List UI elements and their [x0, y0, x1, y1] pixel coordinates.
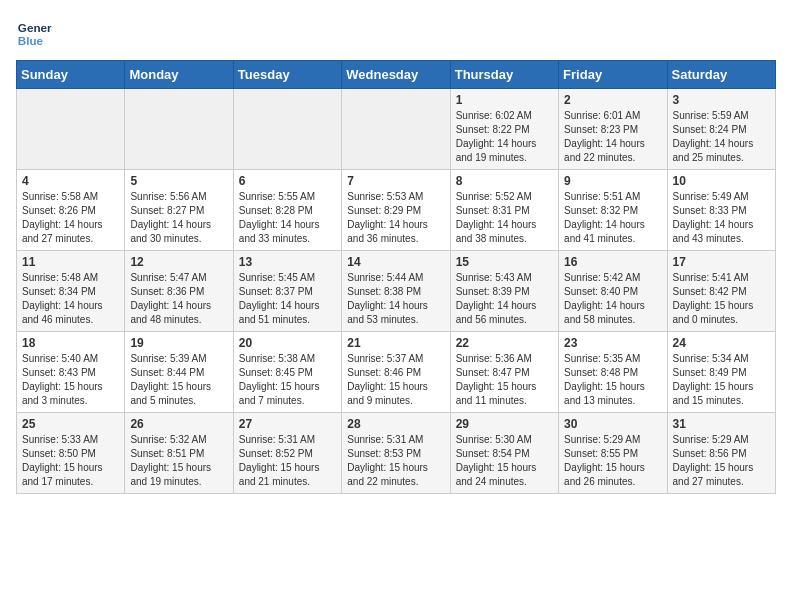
day-info: Sunrise: 5:41 AM Sunset: 8:42 PM Dayligh…: [673, 271, 770, 327]
day-number: 15: [456, 255, 553, 269]
day-info: Sunrise: 5:48 AM Sunset: 8:34 PM Dayligh…: [22, 271, 119, 327]
day-number: 21: [347, 336, 444, 350]
day-info: Sunrise: 5:31 AM Sunset: 8:52 PM Dayligh…: [239, 433, 336, 489]
column-header-tuesday: Tuesday: [233, 61, 341, 89]
day-info: Sunrise: 6:01 AM Sunset: 8:23 PM Dayligh…: [564, 109, 661, 165]
day-info: Sunrise: 5:47 AM Sunset: 8:36 PM Dayligh…: [130, 271, 227, 327]
day-info: Sunrise: 5:34 AM Sunset: 8:49 PM Dayligh…: [673, 352, 770, 408]
calendar-day-cell: 21Sunrise: 5:37 AM Sunset: 8:46 PM Dayli…: [342, 332, 450, 413]
day-number: 3: [673, 93, 770, 107]
calendar-day-cell: 20Sunrise: 5:38 AM Sunset: 8:45 PM Dayli…: [233, 332, 341, 413]
day-number: 6: [239, 174, 336, 188]
calendar-day-cell: 16Sunrise: 5:42 AM Sunset: 8:40 PM Dayli…: [559, 251, 667, 332]
day-number: 10: [673, 174, 770, 188]
calendar-table: SundayMondayTuesdayWednesdayThursdayFrid…: [16, 60, 776, 494]
calendar-week-row: 4Sunrise: 5:58 AM Sunset: 8:26 PM Daylig…: [17, 170, 776, 251]
day-number: 27: [239, 417, 336, 431]
day-info: Sunrise: 5:42 AM Sunset: 8:40 PM Dayligh…: [564, 271, 661, 327]
day-number: 25: [22, 417, 119, 431]
calendar-week-row: 25Sunrise: 5:33 AM Sunset: 8:50 PM Dayli…: [17, 413, 776, 494]
day-info: Sunrise: 5:33 AM Sunset: 8:50 PM Dayligh…: [22, 433, 119, 489]
calendar-day-cell: 29Sunrise: 5:30 AM Sunset: 8:54 PM Dayli…: [450, 413, 558, 494]
day-number: 4: [22, 174, 119, 188]
day-info: Sunrise: 5:30 AM Sunset: 8:54 PM Dayligh…: [456, 433, 553, 489]
day-number: 30: [564, 417, 661, 431]
day-number: 31: [673, 417, 770, 431]
day-info: Sunrise: 5:59 AM Sunset: 8:24 PM Dayligh…: [673, 109, 770, 165]
logo-icon: General Blue: [16, 16, 52, 52]
calendar-day-cell: 18Sunrise: 5:40 AM Sunset: 8:43 PM Dayli…: [17, 332, 125, 413]
day-info: Sunrise: 5:32 AM Sunset: 8:51 PM Dayligh…: [130, 433, 227, 489]
day-number: 17: [673, 255, 770, 269]
calendar-day-cell: [17, 89, 125, 170]
day-number: 18: [22, 336, 119, 350]
calendar-day-cell: 30Sunrise: 5:29 AM Sunset: 8:55 PM Dayli…: [559, 413, 667, 494]
day-number: 14: [347, 255, 444, 269]
day-info: Sunrise: 5:58 AM Sunset: 8:26 PM Dayligh…: [22, 190, 119, 246]
calendar-day-cell: 10Sunrise: 5:49 AM Sunset: 8:33 PM Dayli…: [667, 170, 775, 251]
day-number: 24: [673, 336, 770, 350]
calendar-day-cell: 9Sunrise: 5:51 AM Sunset: 8:32 PM Daylig…: [559, 170, 667, 251]
day-info: Sunrise: 5:56 AM Sunset: 8:27 PM Dayligh…: [130, 190, 227, 246]
calendar-day-cell: 2Sunrise: 6:01 AM Sunset: 8:23 PM Daylig…: [559, 89, 667, 170]
calendar-day-cell: 1Sunrise: 6:02 AM Sunset: 8:22 PM Daylig…: [450, 89, 558, 170]
day-info: Sunrise: 5:29 AM Sunset: 8:55 PM Dayligh…: [564, 433, 661, 489]
day-info: Sunrise: 5:36 AM Sunset: 8:47 PM Dayligh…: [456, 352, 553, 408]
day-number: 1: [456, 93, 553, 107]
column-header-friday: Friday: [559, 61, 667, 89]
column-header-wednesday: Wednesday: [342, 61, 450, 89]
day-number: 2: [564, 93, 661, 107]
day-number: 13: [239, 255, 336, 269]
day-number: 20: [239, 336, 336, 350]
calendar-day-cell: 14Sunrise: 5:44 AM Sunset: 8:38 PM Dayli…: [342, 251, 450, 332]
calendar-day-cell: [125, 89, 233, 170]
day-info: Sunrise: 5:39 AM Sunset: 8:44 PM Dayligh…: [130, 352, 227, 408]
svg-text:Blue: Blue: [18, 34, 44, 47]
day-info: Sunrise: 5:38 AM Sunset: 8:45 PM Dayligh…: [239, 352, 336, 408]
column-header-saturday: Saturday: [667, 61, 775, 89]
day-info: Sunrise: 5:31 AM Sunset: 8:53 PM Dayligh…: [347, 433, 444, 489]
calendar-day-cell: 22Sunrise: 5:36 AM Sunset: 8:47 PM Dayli…: [450, 332, 558, 413]
day-number: 26: [130, 417, 227, 431]
calendar-header-row: SundayMondayTuesdayWednesdayThursdayFrid…: [17, 61, 776, 89]
day-info: Sunrise: 5:29 AM Sunset: 8:56 PM Dayligh…: [673, 433, 770, 489]
calendar-day-cell: 27Sunrise: 5:31 AM Sunset: 8:52 PM Dayli…: [233, 413, 341, 494]
calendar-day-cell: 8Sunrise: 5:52 AM Sunset: 8:31 PM Daylig…: [450, 170, 558, 251]
calendar-day-cell: 6Sunrise: 5:55 AM Sunset: 8:28 PM Daylig…: [233, 170, 341, 251]
calendar-day-cell: 5Sunrise: 5:56 AM Sunset: 8:27 PM Daylig…: [125, 170, 233, 251]
day-info: Sunrise: 5:35 AM Sunset: 8:48 PM Dayligh…: [564, 352, 661, 408]
calendar-week-row: 18Sunrise: 5:40 AM Sunset: 8:43 PM Dayli…: [17, 332, 776, 413]
calendar-day-cell: 15Sunrise: 5:43 AM Sunset: 8:39 PM Dayli…: [450, 251, 558, 332]
calendar-day-cell: 17Sunrise: 5:41 AM Sunset: 8:42 PM Dayli…: [667, 251, 775, 332]
day-info: Sunrise: 5:53 AM Sunset: 8:29 PM Dayligh…: [347, 190, 444, 246]
calendar-week-row: 1Sunrise: 6:02 AM Sunset: 8:22 PM Daylig…: [17, 89, 776, 170]
calendar-day-cell: [233, 89, 341, 170]
day-info: Sunrise: 5:45 AM Sunset: 8:37 PM Dayligh…: [239, 271, 336, 327]
day-number: 12: [130, 255, 227, 269]
day-number: 23: [564, 336, 661, 350]
day-number: 7: [347, 174, 444, 188]
calendar-day-cell: 12Sunrise: 5:47 AM Sunset: 8:36 PM Dayli…: [125, 251, 233, 332]
calendar-day-cell: 28Sunrise: 5:31 AM Sunset: 8:53 PM Dayli…: [342, 413, 450, 494]
calendar-day-cell: 13Sunrise: 5:45 AM Sunset: 8:37 PM Dayli…: [233, 251, 341, 332]
svg-text:General: General: [18, 21, 52, 34]
calendar-day-cell: 26Sunrise: 5:32 AM Sunset: 8:51 PM Dayli…: [125, 413, 233, 494]
day-info: Sunrise: 5:37 AM Sunset: 8:46 PM Dayligh…: [347, 352, 444, 408]
day-info: Sunrise: 5:43 AM Sunset: 8:39 PM Dayligh…: [456, 271, 553, 327]
page-header: General Blue: [16, 16, 776, 52]
calendar-day-cell: [342, 89, 450, 170]
calendar-day-cell: 31Sunrise: 5:29 AM Sunset: 8:56 PM Dayli…: [667, 413, 775, 494]
calendar-day-cell: 25Sunrise: 5:33 AM Sunset: 8:50 PM Dayli…: [17, 413, 125, 494]
day-info: Sunrise: 5:52 AM Sunset: 8:31 PM Dayligh…: [456, 190, 553, 246]
day-number: 19: [130, 336, 227, 350]
day-info: Sunrise: 5:44 AM Sunset: 8:38 PM Dayligh…: [347, 271, 444, 327]
calendar-week-row: 11Sunrise: 5:48 AM Sunset: 8:34 PM Dayli…: [17, 251, 776, 332]
day-number: 8: [456, 174, 553, 188]
day-number: 9: [564, 174, 661, 188]
day-number: 29: [456, 417, 553, 431]
day-number: 28: [347, 417, 444, 431]
column-header-sunday: Sunday: [17, 61, 125, 89]
day-info: Sunrise: 6:02 AM Sunset: 8:22 PM Dayligh…: [456, 109, 553, 165]
calendar-day-cell: 19Sunrise: 5:39 AM Sunset: 8:44 PM Dayli…: [125, 332, 233, 413]
calendar-day-cell: 11Sunrise: 5:48 AM Sunset: 8:34 PM Dayli…: [17, 251, 125, 332]
